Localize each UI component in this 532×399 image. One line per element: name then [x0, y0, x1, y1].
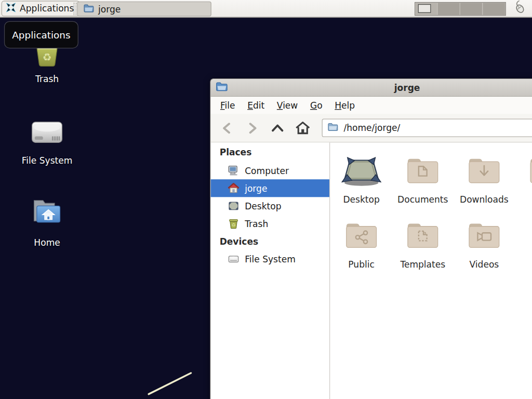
- xfce-logo-icon: [6, 2, 17, 15]
- workspace-1[interactable]: [415, 3, 437, 15]
- home-folder-icon: [31, 198, 62, 225]
- folder-item-downloads[interactable]: Downloads: [454, 154, 515, 219]
- desktop-icon-label: File System: [15, 155, 80, 166]
- back-button[interactable]: [218, 118, 237, 138]
- folder-item-documents[interactable]: Documents: [392, 154, 454, 219]
- workspace-window-preview: [418, 4, 431, 13]
- taskbar-window-label: jorge: [98, 4, 121, 14]
- menu-view[interactable]: View: [271, 100, 304, 111]
- window-folder-icon: [216, 80, 228, 95]
- folder-item-videos[interactable]: Videos: [454, 219, 515, 284]
- desktop-icon-file-system[interactable]: File System: [15, 120, 80, 166]
- sidebar-item-trash[interactable]: ♻ Trash: [211, 215, 329, 232]
- folder-item-desktop[interactable]: Desktop: [331, 154, 392, 219]
- path-text: /home/jorge/: [344, 123, 401, 133]
- svg-text:♻: ♻: [43, 51, 52, 63]
- sidebar-item-label: File System: [245, 254, 296, 264]
- folder-item-label: Templates: [392, 259, 454, 270]
- sidebar-item-label: jorge: [245, 183, 267, 193]
- templates-folder-icon: [406, 219, 440, 250]
- folder-item-label: Videos: [454, 259, 515, 270]
- folder-item-label: Music: [515, 194, 532, 205]
- top-panel: Applications jorge: [0, 0, 532, 18]
- sidebar-item-file-system[interactable]: File System: [211, 250, 329, 268]
- workspace-switcher[interactable]: [415, 2, 506, 16]
- toolbar: /home/jorge/: [211, 114, 532, 142]
- mouse-cursor: [143, 368, 198, 399]
- folder-item-public[interactable]: Public: [331, 219, 392, 284]
- file-manager-window: jorge File Edit View Go Help: [210, 78, 532, 399]
- sidebar-item-label: Computer: [245, 165, 289, 176]
- folder-item-music[interactable]: Music: [515, 154, 532, 219]
- home-icon: [228, 183, 239, 194]
- desktop-icon: [228, 201, 239, 211]
- folder-item-label: Downloads: [454, 194, 515, 205]
- up-button[interactable]: [268, 118, 287, 138]
- sidebar-header-places: Places: [211, 142, 329, 162]
- workspace-2[interactable]: [438, 3, 460, 15]
- mouse-device-icon[interactable]: [511, 1, 528, 17]
- videos-folder-icon: [467, 219, 501, 250]
- window-title: jorge: [228, 83, 532, 93]
- system-tray: [511, 2, 532, 16]
- sidebar-item-computer[interactable]: Computer: [211, 162, 329, 179]
- desktop-pad-icon: [341, 154, 382, 189]
- sidebar: Places Computer jorge: [211, 142, 330, 399]
- forward-button[interactable]: [243, 118, 262, 138]
- desktop-icon-label: Home: [15, 237, 80, 248]
- taskbar-window-button[interactable]: jorge: [77, 2, 211, 17]
- applications-menu-button[interactable]: Applications: [2, 1, 80, 16]
- applications-menu-label: Applications: [20, 4, 74, 14]
- panel-separator-handle[interactable]: [74, 3, 76, 15]
- sidebar-item-jorge[interactable]: jorge: [211, 179, 329, 197]
- desktop: Applications jorge: [0, 0, 532, 399]
- menu-file[interactable]: File: [214, 100, 241, 111]
- menu-edit[interactable]: Edit: [241, 100, 271, 111]
- computer-icon: [228, 165, 239, 176]
- folder-item-templates[interactable]: Templates: [392, 219, 454, 284]
- desktop-icon-label: Trash: [15, 74, 80, 84]
- folder-icon: [83, 3, 94, 16]
- sidebar-item-desktop[interactable]: Desktop: [211, 197, 329, 215]
- drive-icon: [228, 254, 239, 264]
- location-bar[interactable]: /home/jorge/: [322, 118, 532, 137]
- applications-tooltip: Applications: [4, 21, 78, 49]
- folder-item-label: Documents: [392, 194, 454, 205]
- folder-view: Desktop Documents: [330, 142, 532, 399]
- folder-item-label: Desktop: [331, 194, 392, 205]
- menubar: File Edit View Go Help: [211, 97, 532, 114]
- sidebar-item-label: Desktop: [245, 201, 281, 211]
- folder-item-label: Public: [331, 259, 392, 270]
- downloads-folder-icon: [467, 154, 501, 185]
- desktop-icon-home[interactable]: Home: [15, 198, 80, 248]
- workspace-3[interactable]: [460, 3, 483, 15]
- window-titlebar[interactable]: jorge: [211, 79, 532, 97]
- workspace-4[interactable]: [483, 3, 505, 15]
- documents-folder-icon: [406, 154, 440, 185]
- menu-help[interactable]: Help: [328, 100, 361, 111]
- sidebar-header-devices: Devices: [211, 233, 329, 250]
- svg-text:♻: ♻: [231, 222, 235, 228]
- harddrive-icon: [30, 120, 64, 144]
- public-folder-icon: [344, 219, 379, 250]
- music-folder-icon: [528, 154, 532, 185]
- menu-go[interactable]: Go: [304, 100, 328, 111]
- trash-icon: ♻: [228, 218, 239, 229]
- path-folder-icon: [327, 122, 338, 135]
- home-button[interactable]: [293, 118, 312, 138]
- sidebar-item-label: Trash: [245, 219, 268, 229]
